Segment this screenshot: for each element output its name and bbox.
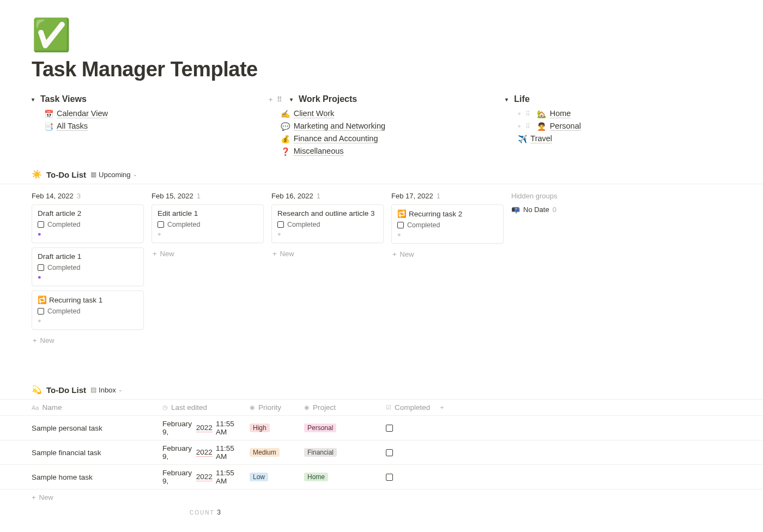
page-link-icon: 📑 (44, 122, 53, 131)
checkbox[interactable] (38, 264, 44, 271)
priority-dot: ● (158, 231, 258, 237)
cell-project[interactable]: Personal (300, 416, 382, 440)
toggle-triangle-icon[interactable]: ▾ (32, 96, 37, 102)
toggle-item[interactable]: ❓Miscellaneous (281, 145, 495, 158)
checkbox[interactable] (277, 221, 284, 228)
page-link-label: Travel (530, 134, 552, 143)
toggle-item[interactable]: 💰Finance and Accounting (281, 132, 495, 145)
board-view-switcher[interactable]: ▦ Upcoming ⌄ (90, 171, 137, 179)
table-view-switcher[interactable]: ▤ Inbox ⌄ (90, 386, 123, 394)
cell-completed[interactable] (382, 465, 434, 489)
board-column-header[interactable]: Feb 16, 20221 (271, 192, 384, 200)
board-card[interactable]: 🔁Recurring task 1Completed● (32, 291, 144, 330)
card-title: 🔁Recurring task 1 (38, 295, 138, 304)
column-date: Feb 16, 2022 (271, 192, 313, 200)
board-card[interactable]: Research and outline article 3Completed● (271, 204, 384, 243)
page-icon[interactable]: ✅ (32, 16, 731, 53)
board-column-header[interactable]: Feb 14, 20223 (32, 192, 144, 200)
col-name[interactable]: AaName (0, 400, 158, 415)
cell-name[interactable]: Sample personal task (0, 416, 158, 440)
checkbox[interactable] (38, 308, 44, 315)
add-drag-handle[interactable]: + ⠿ (517, 123, 531, 130)
new-card-button[interactable]: New (271, 247, 384, 260)
table-header-row: AaName ◷Last edited ◉Priority ◉Project ☑… (0, 400, 763, 416)
page-link-icon: 📅 (44, 110, 53, 118)
page-link-label: Marketing and Networking (294, 122, 385, 131)
column-date: Feb 15, 2022 (152, 192, 193, 200)
column-count: 1 (197, 192, 201, 200)
toggle-item[interactable]: + ⠿🧑‍🦱Personal (517, 120, 731, 132)
checkbox-icon: ☑ (386, 404, 391, 411)
cell-priority[interactable]: High (245, 416, 300, 440)
cell-name[interactable]: Sample home task (0, 465, 158, 489)
toggle-header[interactable]: ▾Task Views (32, 94, 258, 104)
page-link-icon: 🏡 (537, 110, 547, 118)
row-count: COUNT 3 (32, 505, 731, 516)
board-column-header[interactable]: Feb 15, 20221 (152, 192, 264, 200)
toggle-triangle-icon[interactable]: ▾ (505, 96, 511, 102)
hidden-group-item[interactable]: 📭No Date0 (511, 205, 598, 214)
toggle-title: Task Views (40, 94, 87, 104)
board-title[interactable]: To-Do List (46, 170, 86, 179)
table-row[interactable]: Sample personal taskFebruary 9, 2022 11:… (0, 416, 763, 440)
card-title: 🔁Recurring task 2 (397, 209, 498, 218)
toggle-item[interactable]: 📑All Tasks (44, 120, 258, 132)
toggle-title: Life (514, 94, 529, 104)
table-view-icon: ▤ (90, 386, 96, 394)
card-title: Draft article 1 (38, 252, 138, 261)
col-project[interactable]: ◉Project (300, 400, 382, 415)
cell-last-edited: February 9, 2022 11:55 AM (158, 440, 245, 464)
toggle-triangle-icon[interactable]: ▾ (290, 96, 295, 102)
toggle-item[interactable]: + ⠿🏡Home (517, 107, 731, 120)
add-drag-handle[interactable]: + ⠿ (517, 110, 531, 118)
board-card[interactable]: Draft article 2Completed● (32, 204, 144, 243)
cell-priority[interactable]: Low (245, 465, 300, 489)
cell-project[interactable]: Home (300, 465, 382, 489)
checkbox[interactable] (158, 221, 164, 228)
table-title[interactable]: To-Do List (46, 385, 86, 395)
priority-tag: Medium (250, 448, 280, 457)
toggle-title: Work Projects (299, 94, 357, 104)
toggle-item[interactable]: ✍️Client Work (281, 107, 495, 120)
card-completed-row: Completed (38, 307, 138, 315)
toggle-item[interactable]: 📅Calendar View (44, 107, 258, 120)
page-link-icon: 🧑‍🦱 (537, 122, 547, 131)
cell-name[interactable]: Sample financial task (0, 440, 158, 464)
col-last-edited[interactable]: ◷Last edited (158, 400, 245, 415)
column-count: 1 (317, 192, 320, 200)
column-count: 3 (77, 192, 81, 200)
cell-last-edited: February 9, 2022 11:55 AM (158, 465, 245, 489)
table-row[interactable]: Sample financial taskFebruary 9, 2022 11… (0, 440, 763, 465)
cell-project[interactable]: Financial (300, 440, 382, 464)
toggle-item[interactable]: ✈️Travel (517, 132, 731, 145)
toggle-item[interactable]: 💬Marketing and Networking (281, 120, 495, 132)
card-title: Draft article 2 (38, 209, 138, 217)
board-column-header[interactable]: Feb 17, 20221 (391, 192, 504, 200)
card-title: Edit article 1 (158, 209, 258, 217)
checkbox[interactable] (397, 222, 404, 228)
new-card-button[interactable]: New (152, 247, 264, 260)
checkbox[interactable] (38, 221, 44, 228)
new-card-button[interactable]: New (391, 248, 504, 261)
page-link-icon: 💰 (281, 135, 290, 143)
page-link-label: Home (550, 109, 571, 118)
cell-priority[interactable]: Medium (245, 440, 300, 464)
board-card[interactable]: Edit article 1Completed● (152, 204, 264, 243)
new-row-button[interactable]: New (0, 489, 763, 505)
checkbox[interactable] (386, 449, 393, 456)
toggle-header[interactable]: + ⠿▾Work Projects (269, 94, 495, 104)
board-card[interactable]: 🔁Recurring task 2Completed● (391, 204, 504, 244)
table-row[interactable]: Sample home taskFebruary 9, 2022 11:55 A… (0, 465, 763, 489)
new-card-button[interactable]: New (32, 334, 144, 347)
col-completed[interactable]: ☑Completed (382, 400, 434, 415)
cell-completed[interactable] (382, 416, 434, 440)
toggle-header[interactable]: ▾Life (505, 94, 731, 104)
card-completed-row: Completed (38, 221, 138, 228)
add-drag-handle[interactable]: + ⠿ (269, 95, 283, 104)
add-column-button[interactable]: + (434, 400, 450, 415)
col-priority[interactable]: ◉Priority (245, 400, 300, 415)
checkbox[interactable] (386, 425, 393, 432)
cell-completed[interactable] (382, 440, 434, 464)
board-card[interactable]: Draft article 1Completed● (32, 247, 144, 286)
checkbox[interactable] (386, 474, 393, 481)
